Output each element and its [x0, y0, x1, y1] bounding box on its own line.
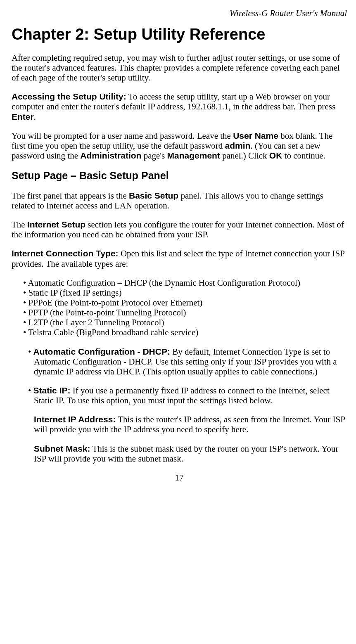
list-item: • PPPoE (the Point-to-point Protocol ove… [23, 298, 347, 308]
list-item: • Static IP (fixed IP settings) [23, 288, 347, 298]
dhcp-item: • Automatic Configuration - DHCP: By def… [17, 347, 347, 376]
bullet: • [28, 347, 33, 357]
list-item: • L2TP (the Layer 2 Tunneling Protocol) [23, 317, 347, 327]
list-item: • PPTP (the Point-to-point Tunneling Pro… [23, 308, 347, 317]
basicsetup-text1: The first panel that appears is the [12, 191, 129, 201]
staticip-text: If you use a permanently fixed IP addres… [34, 386, 330, 405]
dhcp-label: Automatic Configuration - DHCP: [33, 347, 170, 356]
login-text6: to continue. [282, 151, 325, 161]
subnet-item: Subnet Mask: This is the subnet mask use… [17, 444, 347, 464]
subnet-label: Subnet Mask: [34, 444, 90, 453]
internetsetup-label: Internet Setup [27, 220, 85, 229]
conntype-label: Internet Connection Type: [12, 249, 119, 258]
admin-label: admin [225, 141, 251, 150]
username-label: User Name [233, 131, 278, 140]
internetsetup-paragraph: The Internet Setup section lets you conf… [12, 220, 347, 239]
basicsetup-paragraph: The first panel that appears is the Basi… [12, 191, 347, 211]
running-header: Wireless-G Router User's Manual [12, 8, 347, 18]
accessing-paragraph: Accessing the Setup Utility: To access t… [12, 92, 347, 121]
ok-label: OK [269, 151, 282, 160]
bullet: • [28, 386, 33, 395]
login-text4: page's [141, 151, 167, 161]
login-text5: panel.) Click [220, 151, 269, 161]
internetip-label: Internet IP Address: [34, 414, 116, 424]
enter-key: Enter [12, 112, 34, 121]
intro-paragraph: After completing required setup, you may… [12, 53, 347, 83]
accessing-text2: . [34, 112, 36, 122]
internetsetup-text1: The [12, 220, 27, 230]
connection-types-list: • Automatic Configuration – DHCP (the Dy… [23, 278, 347, 338]
staticip-label: Static IP: [33, 386, 71, 395]
management-label: Management [167, 151, 220, 160]
page-number: 17 [12, 473, 347, 483]
accessing-label: Accessing the Setup Utility: [12, 92, 126, 101]
conntype-paragraph: Internet Connection Type: Open this list… [12, 249, 347, 268]
chapter-title: Chapter 2: Setup Utility Reference [12, 26, 347, 44]
internetip-item: Internet IP Address: This is the router'… [17, 414, 347, 434]
detail-list: • Automatic Configuration - DHCP: By def… [17, 347, 347, 464]
basicsetup-label: Basic Setup [129, 191, 178, 200]
administration-label: Administration [80, 151, 141, 160]
section-title: Setup Page – Basic Setup Panel [12, 170, 347, 182]
login-paragraph: You will be prompted for a user name and… [12, 131, 347, 161]
list-item: • Telstra Cable (BigPond broadband cable… [23, 327, 347, 337]
login-text1: You will be prompted for a user name and… [12, 131, 233, 141]
staticip-item: • Static IP: If you use a permanently fi… [17, 386, 347, 405]
list-item: • Automatic Configuration – DHCP (the Dy… [23, 278, 347, 288]
